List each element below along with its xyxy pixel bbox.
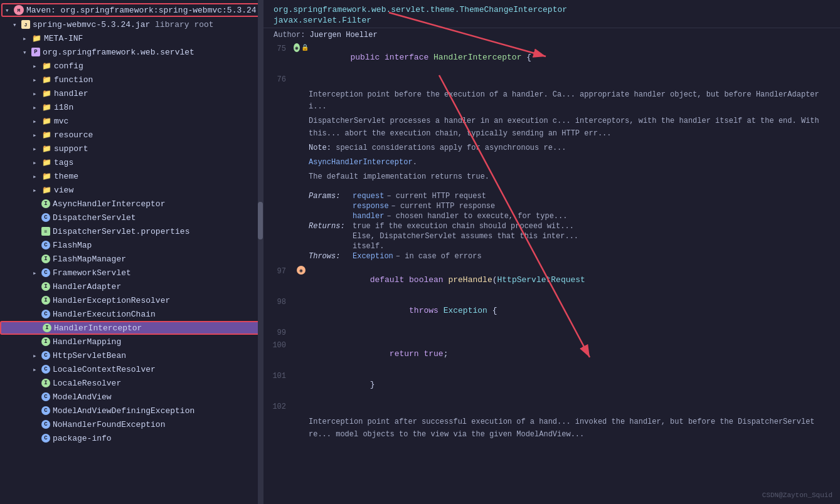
dispatcher-props-item[interactable]: DispatcherServlet.properties [0, 224, 263, 238]
function-item[interactable]: function [0, 73, 263, 87]
author-line: Author: Juergen Hoeller [263, 28, 840, 42]
package-info-item[interactable]: package-info [0, 431, 263, 445]
locale-ctx-resolver-label: LocaleContextResolver [53, 365, 260, 374]
doc-para-3: Note: special considerations apply for a… [309, 142, 830, 154]
model-and-view-item[interactable]: ModelAndView [0, 390, 263, 404]
scrollbar-thumb[interactable] [258, 202, 263, 239]
class-icon [41, 213, 50, 222]
handler-exec-chain-label: HandlerExecutionChain [53, 310, 260, 319]
meta-inf-item[interactable]: META-INF [0, 31, 263, 45]
expand-arrow [33, 172, 41, 181]
params-label: Params: [309, 192, 353, 201]
i18n-item[interactable]: i18n [0, 100, 263, 114]
model-view-exc-item[interactable]: ModelAndViewDefiningException [0, 404, 263, 417]
doc-section-bottom: Interception point after successful exec… [263, 412, 840, 446]
returns-empty [309, 232, 353, 241]
locale-ctx-resolver-item[interactable]: LocaleContextResolver [0, 362, 263, 376]
no-handler-exc-item[interactable]: NoHandlerFoundException [0, 417, 263, 431]
author-value: Juergen Hoeller [310, 31, 378, 39]
expand-arrow [33, 76, 41, 84]
returns-desc3: itself. [353, 242, 384, 251]
line-number-100: 100 [263, 340, 294, 350]
code-line-102: 102 [263, 400, 840, 412]
returns-row: Returns: true if the execution chain sho… [309, 222, 830, 231]
handler-interceptor-item[interactable]: HandlerInterceptor [0, 321, 263, 335]
expand-arrow [33, 117, 41, 125]
doc-para-4: AsyncHandlerInterceptor. [309, 157, 830, 169]
theme-item[interactable]: theme [0, 169, 263, 183]
param-handler-desc: – chosen handler to execute, for type... [386, 212, 567, 221]
expand-arrow [33, 365, 41, 374]
http-servlet-bean-label: HttpServletBean [53, 351, 260, 360]
expand-arrow [23, 34, 31, 43]
maven-icon [14, 5, 24, 15]
scrollbar[interactable] [258, 0, 263, 504]
throws-row: Throws: Exception – in case of errors [309, 252, 830, 261]
class-icon [41, 434, 50, 443]
interface-icon [41, 255, 50, 263]
returns-desc2: Else, DispatcherServlet assumes that thi… [353, 232, 578, 241]
kw-true: true [423, 349, 443, 359]
interface-icon [43, 323, 51, 332]
watermark: CSDN@Zayton_Squid [762, 491, 832, 499]
i18n-label: i18n [54, 103, 260, 112]
package-servlet-item[interactable]: org.springframework.web.servlet [0, 45, 263, 59]
line-content-100: return true; [309, 340, 840, 368]
handler-exec-chain-item[interactable]: HandlerExecutionChain [0, 307, 263, 321]
folder-icon [41, 88, 51, 98]
kw-public: public [350, 53, 385, 62]
line-content-98: throws Exception { [309, 297, 840, 325]
async-handler-item[interactable]: AsyncHandlerInterceptor [0, 197, 263, 211]
locale-resolver-item[interactable]: LocaleResolver [0, 376, 263, 390]
folder-icon [41, 157, 51, 167]
param-handler-row: handler – chosen handler to execute, for… [309, 212, 830, 221]
tags-item[interactable]: tags [0, 155, 263, 169]
folder-icon [41, 144, 51, 154]
kw-boolean: boolean [409, 275, 448, 285]
handler-exception-item[interactable]: HandlerExceptionResolver [0, 293, 263, 307]
support-item[interactable]: support [0, 142, 263, 155]
throws-label: Throws: [309, 252, 353, 261]
doc-section-main: Interception point before the execution … [263, 85, 840, 189]
maven-root-item[interactable]: Maven: org.springframework:spring-webmvc… [1, 3, 262, 17]
handler-interceptor-label: HandlerInterceptor [54, 323, 259, 333]
handler-item[interactable]: handler [0, 87, 263, 100]
resource-item[interactable]: resource [0, 128, 263, 142]
param-response-name: response [353, 202, 389, 211]
maven-root-label: Maven: org.springframework:spring-webmvc… [26, 6, 258, 15]
main-layout: Maven: org.springframework:spring-webmvc… [0, 0, 840, 504]
mvc-item[interactable]: mvc [0, 114, 263, 128]
hierarchy-text-2: javax.servlet.Filter [274, 16, 371, 25]
flashmap-item[interactable]: FlashMap [0, 238, 263, 252]
framework-servlet-item[interactable]: FrameworkServlet [0, 266, 263, 280]
class-icon [41, 392, 50, 401]
flashmap-manager-item[interactable]: FlashMapManager [0, 252, 263, 266]
props-icon [41, 227, 50, 236]
config-item[interactable]: config [0, 59, 263, 73]
jar-item[interactable]: spring-webmvc-5.3.24.jar library root [0, 18, 263, 31]
folder-icon [41, 171, 51, 181]
http-servlet-bean-item[interactable]: HttpServletBean [0, 349, 263, 362]
class-header: org.springframework.web.servlet.theme.Th… [263, 0, 840, 28]
code-line-76: 76 [263, 73, 840, 85]
interface-icon [41, 282, 50, 291]
tags-label: tags [54, 158, 260, 167]
class-icon [41, 420, 50, 429]
async-handler-link[interactable]: AsyncHandlerInterceptor [309, 158, 413, 167]
code-line-99: 99 [263, 326, 840, 339]
expand-arrow [33, 352, 41, 360]
hierarchy-line-1: org.springframework.web.servlet.theme.Th… [274, 5, 830, 14]
param-response-desc: – current HTTP response [391, 202, 496, 211]
class-icon [41, 406, 50, 415]
params-table: Params: request – current HTTP request r… [263, 189, 840, 265]
throws-exception-link[interactable]: Exception [353, 252, 393, 261]
dispatcher-servlet-item[interactable]: DispatcherServlet [0, 211, 263, 224]
handler-adapter-item[interactable]: HandlerAdapter [0, 280, 263, 293]
handler-mapping-label: HandlerMapping [53, 337, 260, 347]
mvc-label: mvc [54, 117, 260, 126]
interface-icon [41, 296, 50, 305]
code-line-101: 101 } [263, 369, 840, 400]
class-hierarchy: org.springframework.web.servlet.theme.Th… [274, 5, 830, 25]
handler-mapping-item[interactable]: HandlerMapping [0, 335, 263, 349]
view-item[interactable]: view [0, 183, 263, 197]
